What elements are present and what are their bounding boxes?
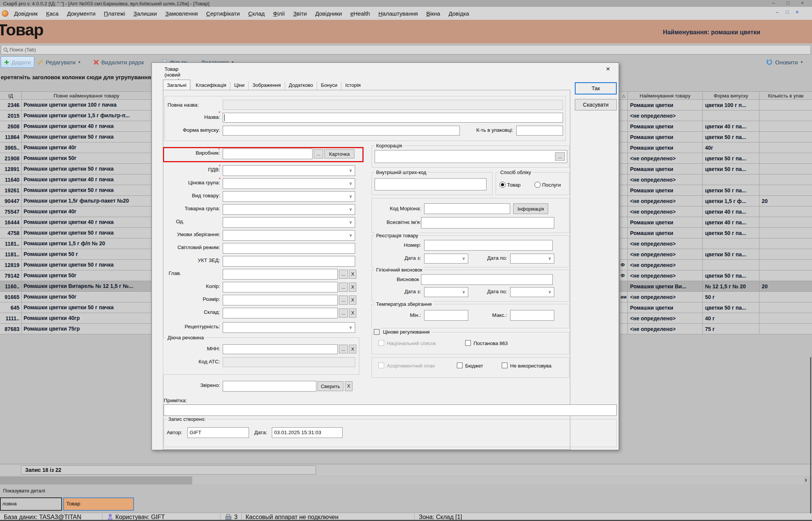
main-picker-button[interactable]: ... (339, 270, 348, 279)
table-row[interactable]: 75547Ромашки цветки 40г (0, 206, 151, 217)
table-row[interactable]: 90447Ромашки цветки 1,5г фильтр-пакет №2… (0, 196, 151, 206)
table-row[interactable]: Ромашки цветкицветки 50 г па... (620, 228, 812, 238)
table-header[interactable]: ІД Повне найменування товару (0, 91, 151, 100)
world-name-field[interactable] (421, 217, 554, 229)
card-button[interactable]: Карточка (324, 149, 354, 158)
color-field[interactable] (223, 282, 338, 292)
menu-nalashtuvannya[interactable]: Налаштування (374, 10, 422, 17)
price-group-combo[interactable]: ∨ (223, 178, 355, 189)
info-button[interactable]: Інформація (513, 203, 548, 214)
table-row[interactable]: 2346Ромашки цветки цветки 100 г пачка (0, 100, 151, 110)
table-row[interactable]: <не определено>75 г (620, 324, 812, 334)
sort-triangle-icon[interactable]: △ (620, 92, 628, 99)
warehouse-picker-button[interactable]: ... (339, 308, 348, 318)
verify-button[interactable]: Сверить (317, 381, 343, 391)
table-row[interactable]: Ромашки цветкицветки 40 г па... (620, 121, 812, 132)
radio-services[interactable] (534, 182, 541, 188)
table-row[interactable]: Ромашки цветки Ви...№ 12 1,5 г № 2020 (620, 281, 812, 292)
conclusion-field[interactable] (421, 274, 553, 285)
price-regulation-checkbox[interactable] (374, 329, 380, 335)
column-header-form[interactable]: Форма випуску (703, 92, 759, 99)
menu-ehealth[interactable]: eHealth (346, 10, 374, 17)
pack-qty-field[interactable] (516, 126, 563, 136)
radio-goods[interactable] (499, 182, 506, 188)
color-clear-button[interactable]: X (349, 283, 356, 292)
main-field[interactable] (223, 269, 338, 280)
table-row[interactable]: <не определено>цветки 50 г па... (620, 249, 812, 260)
size-clear-button[interactable]: X (349, 296, 356, 305)
table-row[interactable]: ии<не определено>50 г (620, 292, 812, 302)
close-icon[interactable]: × (801, 0, 804, 6)
main-clear-button[interactable]: X (349, 270, 356, 279)
reg-date-to-combo[interactable]: ∨ (510, 254, 554, 264)
hyg-date-from-combo[interactable]: ∨ (424, 287, 468, 297)
warehouse-field[interactable] (223, 308, 338, 318)
table-row[interactable]: Ромашки цветкицветки 50 г па... (620, 132, 812, 142)
decree-863-checkbox[interactable] (465, 340, 471, 346)
table-row[interactable]: <не определено>цветки 50 г па... (620, 153, 812, 164)
menu-zamovlennya[interactable]: Замовлення (161, 10, 202, 17)
table-row[interactable]: 79142Ромашки цветки 50г (0, 270, 151, 281)
budget-checkbox[interactable] (457, 363, 463, 368)
table-row[interactable]: <не определено>40 г (620, 313, 812, 324)
radio-services-label[interactable]: Послуги (542, 182, 561, 188)
table-row[interactable]: <не определено> (620, 174, 812, 185)
budget-label[interactable]: Бюджет (465, 363, 483, 369)
corporation-field[interactable] (375, 150, 567, 163)
menu-sklad[interactable]: Склад (244, 10, 269, 17)
menu-sertyfikaty[interactable]: Сертифікати (202, 10, 244, 17)
table-row[interactable]: 11640Ромашки цветки цветки 40 г пачка (0, 174, 151, 185)
table-row[interactable]: Ромашки цветкицветки 50 г па... (620, 185, 812, 196)
mdi-minimize-icon[interactable]: – (776, 9, 778, 15)
table-row[interactable]: Ромашки цветки40г (620, 142, 812, 153)
column-header-qty[interactable]: Кількість в упак (759, 92, 812, 99)
menu-vikna[interactable]: Вікна (422, 10, 445, 17)
light-mode-field[interactable] (223, 243, 355, 254)
menu-platezhi[interactable]: Платежі (100, 10, 129, 17)
table-row[interactable]: 2015Ромашки цветки цветки 1,5 г фильтр-п… (0, 110, 151, 121)
table-row[interactable]: 1181..Ромашки цветки 1,5 г ф/п № 20 (0, 238, 151, 249)
reg-number-field[interactable] (424, 240, 553, 251)
mnn-clear-button[interactable]: X (349, 345, 356, 353)
table-row[interactable]: 11864Ромашки цветки цветки 50 г пачка (0, 132, 151, 142)
mdi-restore-icon[interactable]: □ (786, 9, 789, 15)
table-row[interactable]: 21908Ромашки цветки 50г (0, 153, 151, 164)
decree-863-label[interactable]: Постанова 863 (474, 340, 508, 346)
vat-combo[interactable]: ∨ (223, 165, 355, 176)
table-row[interactable]: <не определено> (620, 110, 812, 121)
verify-clear-button[interactable]: X (345, 381, 353, 391)
table-row[interactable]: 4758Ромашки цветки цветки 50 г пачка (0, 228, 151, 238)
price-regulation-caption[interactable]: Цінове регулювання (381, 329, 431, 335)
product-group-combo[interactable]: ∨ (223, 204, 355, 215)
product-kind-combo[interactable]: ∨ (223, 191, 355, 202)
tab-zagalni[interactable]: Загальні (163, 80, 190, 90)
table-row[interactable]: Ромашки цветкицветки 40 г па... (620, 217, 812, 228)
corporation-picker-button[interactable]: ... (555, 152, 565, 161)
note-field[interactable] (164, 404, 617, 416)
not-used-label[interactable]: Не використовува (510, 363, 568, 369)
release-form-field[interactable] (223, 126, 460, 136)
morion-code-field[interactable] (424, 203, 510, 214)
hyg-date-to-combo[interactable]: ∨ (510, 287, 554, 297)
table-row[interactable]: Ромашки цветкицветки 100 г п... (620, 100, 812, 110)
table-row[interactable]: 91665Ромашки цветки 50г (0, 292, 151, 302)
storage-conditions-combo[interactable]: ∨ (223, 230, 355, 241)
delete-row-button[interactable]: Видалити рядок (93, 56, 144, 68)
table-row[interactable]: <не определено>цветки 40 г па... (620, 206, 812, 217)
search-input[interactable]: Поиск (Tab) (1, 45, 811, 54)
manufacturer-picker-button[interactable]: ... (314, 149, 323, 158)
not-used-checkbox[interactable] (502, 363, 507, 368)
verified-field[interactable] (223, 381, 316, 392)
mnn-picker-button[interactable]: ... (339, 345, 348, 353)
mnn-field[interactable] (223, 344, 338, 354)
scroll-right-icon[interactable]: › (805, 476, 807, 484)
cancel-button[interactable]: Скасувати (575, 99, 617, 110)
mdi-close-icon[interactable]: × (796, 9, 799, 15)
name-field[interactable] (223, 113, 563, 123)
tab-tovar-window[interactable]: Товар (63, 497, 134, 511)
tab-main-window[interactable]: ловна (0, 497, 62, 511)
edit-button[interactable]: Редагувати ▼ (37, 56, 81, 68)
table-header[interactable]: △ Найменування товару Форма випуску Кіль… (620, 91, 812, 100)
ok-button[interactable]: Так (575, 82, 617, 94)
menu-dovidka[interactable]: Довідка (444, 10, 473, 17)
